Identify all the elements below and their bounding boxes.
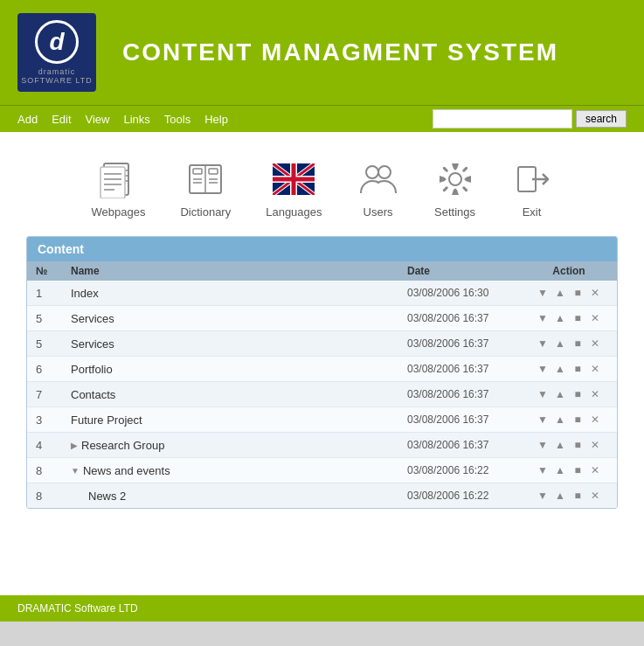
nav-add[interactable]: Add	[17, 113, 38, 126]
move-down-btn[interactable]: ▼	[535, 437, 551, 453]
table-row: 8 ▼ News and events 03/08/2006 16:22 ▼ ▲…	[27, 458, 617, 483]
row-actions: ▼ ▲ ■ ✕	[530, 437, 608, 453]
row-actions: ▼ ▲ ■ ✕	[530, 412, 608, 427]
edit-btn[interactable]: ■	[570, 361, 585, 377]
edit-btn[interactable]: ■	[570, 285, 585, 301]
edit-btn[interactable]: ■	[570, 462, 585, 478]
nav-view[interactable]: View	[86, 113, 110, 126]
edit-btn[interactable]: ■	[570, 386, 585, 402]
main-area: Webpages Dictionary	[0, 132, 644, 595]
nav-users[interactable]: Users	[357, 158, 399, 219]
webpages-icon	[97, 158, 139, 200]
settings-label: Settings	[434, 205, 475, 219]
edit-btn[interactable]: ■	[570, 310, 585, 326]
footer-text: DRAMATIC Software LTD	[17, 602, 138, 615]
row-date: 03/08/2006 16:37	[407, 439, 530, 451]
content-table: Content № Name Date Action 1 Index 03/08…	[26, 236, 618, 509]
move-up-btn[interactable]: ▲	[552, 386, 568, 402]
move-up-btn[interactable]: ▲	[552, 462, 568, 478]
footer: DRAMATIC Software LTD	[0, 595, 644, 622]
nav-help[interactable]: Help	[204, 113, 228, 126]
delete-btn[interactable]: ✕	[587, 361, 603, 377]
nav-webpages[interactable]: Webpages	[91, 158, 145, 219]
move-down-btn[interactable]: ▼	[535, 361, 551, 377]
delete-btn[interactable]: ✕	[587, 386, 603, 402]
row-no: 3	[36, 413, 71, 427]
delete-btn[interactable]: ✕	[587, 285, 603, 301]
search-bar: search	[433, 109, 627, 129]
delete-btn[interactable]: ✕	[587, 488, 603, 504]
table-header: № Name Date Action	[27, 261, 617, 281]
col-header-name: Name	[71, 265, 407, 277]
edit-btn[interactable]: ■	[570, 488, 585, 504]
nav-links[interactable]: Links	[124, 113, 150, 126]
table-row: 4 ▶ Research Group 03/08/2006 16:37 ▼ ▲ …	[27, 433, 617, 458]
move-up-btn[interactable]: ▲	[552, 361, 568, 377]
delete-btn[interactable]: ✕	[587, 437, 603, 453]
move-up-btn[interactable]: ▲	[552, 437, 568, 453]
collapse-icon[interactable]: ▼	[71, 466, 80, 476]
move-up-btn[interactable]: ▲	[552, 336, 568, 351]
move-down-btn[interactable]: ▼	[535, 412, 551, 427]
row-date: 03/08/2006 16:22	[407, 490, 530, 502]
row-no: 1	[36, 287, 71, 300]
move-down-btn[interactable]: ▼	[535, 285, 551, 301]
nav-exit[interactable]: Exit	[511, 158, 553, 219]
edit-btn[interactable]: ■	[570, 412, 585, 427]
move-up-btn[interactable]: ▲	[552, 488, 568, 504]
nav-settings[interactable]: Settings	[434, 158, 476, 219]
table-row: 5 Services 03/08/2006 16:37 ▼ ▲ ■ ✕	[27, 306, 617, 331]
row-date: 03/08/2006 16:22	[407, 464, 530, 476]
table-row: 1 Index 03/08/2006 16:30 ▼ ▲ ■ ✕	[27, 281, 617, 306]
row-name: ▶ Research Group	[71, 439, 407, 452]
move-up-btn[interactable]: ▲	[552, 310, 568, 326]
move-up-btn[interactable]: ▲	[552, 285, 568, 301]
nav-dictionary[interactable]: Dictionary	[180, 158, 231, 219]
dictionary-label: Dictionary	[180, 205, 231, 219]
table-row: 6 Portfolio 03/08/2006 16:37 ▼ ▲ ■ ✕	[27, 357, 617, 382]
edit-btn[interactable]: ■	[570, 336, 585, 351]
expand-icon[interactable]: ▶	[71, 441, 78, 450]
search-input[interactable]	[433, 109, 572, 129]
row-name: Future Project	[71, 413, 407, 427]
svg-point-27	[366, 166, 378, 178]
row-date: 03/08/2006 16:30	[407, 287, 530, 299]
logo: d dramaticSOFTWARE LTD	[17, 13, 96, 92]
app-wrapper: d dramaticSOFTWARE LTD CONTENT MANAGMENT…	[0, 0, 644, 622]
move-up-btn[interactable]: ▲	[552, 412, 568, 427]
row-no: 4	[36, 439, 71, 452]
row-no: 7	[36, 388, 71, 401]
move-down-btn[interactable]: ▼	[535, 488, 551, 504]
row-actions: ▼ ▲ ■ ✕	[530, 361, 608, 377]
col-header-date: Date	[407, 265, 530, 277]
row-date: 03/08/2006 16:37	[407, 363, 530, 375]
move-down-btn[interactable]: ▼	[535, 310, 551, 326]
webpages-label: Webpages	[91, 205, 145, 219]
table-row: 7 Contacts 03/08/2006 16:37 ▼ ▲ ■ ✕	[27, 382, 617, 407]
delete-btn[interactable]: ✕	[587, 412, 603, 427]
exit-icon	[511, 158, 553, 200]
row-actions: ▼ ▲ ■ ✕	[530, 336, 608, 351]
nav-languages[interactable]: Languages	[266, 158, 322, 219]
row-no: 8	[36, 464, 71, 477]
row-actions: ▼ ▲ ■ ✕	[530, 386, 608, 402]
settings-icon	[434, 158, 476, 200]
move-down-btn[interactable]: ▼	[535, 462, 551, 478]
svg-point-29	[449, 173, 461, 185]
table-row: 8 News 2 03/08/2006 16:22 ▼ ▲ ■ ✕	[27, 483, 617, 508]
row-date: 03/08/2006 16:37	[407, 388, 530, 400]
move-down-btn[interactable]: ▼	[535, 386, 551, 402]
edit-btn[interactable]: ■	[570, 437, 585, 453]
nav-links: Add Edit View Links Tools Help	[17, 113, 228, 126]
delete-btn[interactable]: ✕	[587, 336, 603, 351]
row-no: 5	[36, 312, 71, 325]
delete-btn[interactable]: ✕	[587, 462, 603, 478]
svg-point-28	[378, 166, 391, 178]
table-row: 5 Services 03/08/2006 16:37 ▼ ▲ ■ ✕	[27, 331, 617, 357]
delete-btn[interactable]: ✕	[587, 310, 603, 326]
nav-edit[interactable]: Edit	[52, 113, 71, 126]
move-down-btn[interactable]: ▼	[535, 336, 551, 351]
nav-tools[interactable]: Tools	[164, 113, 190, 126]
search-button[interactable]: search	[576, 110, 627, 128]
exit-label: Exit	[523, 205, 542, 219]
